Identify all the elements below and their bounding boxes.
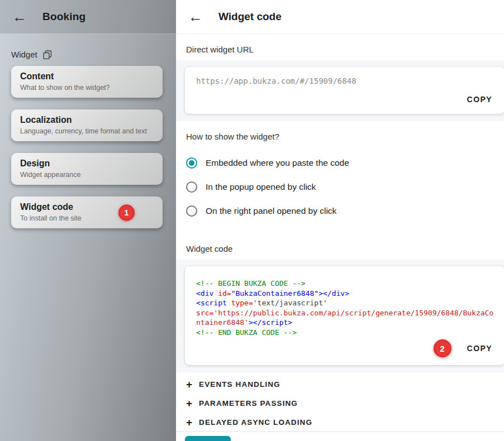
card-subtitle: What to show on the widget? <box>20 83 154 92</box>
direct-url-band: https://app.bukza.com/#/15909/6848 COPY <box>176 60 504 121</box>
expander-list: + EVENTS HANDLING + PARAMETERS PASSING +… <box>176 372 504 432</box>
direct-url-card: https://app.bukza.com/#/15909/6848 COPY <box>185 67 504 114</box>
copy-code-button[interactable]: COPY <box>466 339 494 357</box>
widget-code-block[interactable]: <!-- BEGIN BUKZA CODE --><div id="BukzaC… <box>196 275 493 337</box>
footer-bar: SAVE HOW TO INSTALL ON MY WEBSITE? <box>176 432 504 441</box>
copy-icon[interactable] <box>43 50 52 59</box>
copy-url-button[interactable]: COPY <box>466 90 494 108</box>
sidebar-item-widget-code[interactable]: Widget code To install on the site 1 <box>11 196 163 228</box>
radio-option-right-panel[interactable]: On the right panel opened by click <box>186 205 503 217</box>
card-subtitle: Language, currency, time format and text <box>20 127 154 136</box>
card-title: Content <box>20 71 154 82</box>
radio-icon <box>186 157 197 169</box>
display-mode-label: How to show the widget? <box>176 121 504 147</box>
card-subtitle: Widget appearance <box>20 170 154 179</box>
save-button[interactable]: SAVE <box>185 436 231 441</box>
sidebar-item-localization[interactable]: Localization Language, currency, time fo… <box>11 109 163 141</box>
widget-code-card: <!-- BEGIN BUKZA CODE --><div id="BukzaC… <box>185 266 504 365</box>
sidebar-item-design[interactable]: Design Widget appearance <box>11 153 163 185</box>
expander-events-handling[interactable]: + EVENTS HANDLING <box>176 375 504 394</box>
radio-option-popup[interactable]: In the popup opened by click <box>186 181 503 193</box>
plus-icon: + <box>186 379 192 390</box>
radio-icon <box>186 205 197 217</box>
expander-delayed-async-loading[interactable]: + DELAYED ASYNC LOADING <box>176 413 504 432</box>
sidebar: ← Booking Widget Content What to show on… <box>0 0 176 441</box>
plus-icon: + <box>186 398 192 409</box>
sidebar-item-content[interactable]: Content What to show on the widget? <box>11 66 163 98</box>
main-header: ← Widget code <box>176 0 504 34</box>
sidebar-title: Booking <box>42 11 85 23</box>
step-badge-1: 1 <box>118 204 135 220</box>
widget-section-label: Widget <box>11 50 37 59</box>
direct-url-value[interactable]: https://app.bukza.com/#/15909/6848 <box>196 76 493 86</box>
direct-url-label: Direct widget URL <box>176 34 504 60</box>
expander-parameters-passing[interactable]: + PARAMETERS PASSING <box>176 394 504 413</box>
card-title: Design <box>20 158 154 169</box>
page-title: Widget code <box>218 11 282 23</box>
widget-code-band: <!-- BEGIN BUKZA CODE --><div id="BukzaC… <box>176 260 504 372</box>
radio-icon <box>186 181 197 193</box>
widget-code-label: Widget code <box>176 233 504 260</box>
widget-label-row: Widget <box>11 50 165 59</box>
plus-icon: + <box>186 417 192 428</box>
radio-option-embedded[interactable]: Embedded where you paste the code <box>186 157 503 169</box>
back-arrow-icon[interactable]: ← <box>10 8 29 25</box>
back-arrow-icon[interactable]: ← <box>186 8 205 25</box>
main-panel: ← Widget code Direct widget URL https://… <box>176 0 504 441</box>
display-mode-options: Embedded where you paste the code In the… <box>176 147 504 233</box>
step-badge-2: 2 <box>434 339 451 357</box>
card-title: Localization <box>20 114 154 126</box>
sidebar-header: ← Booking <box>0 0 176 34</box>
